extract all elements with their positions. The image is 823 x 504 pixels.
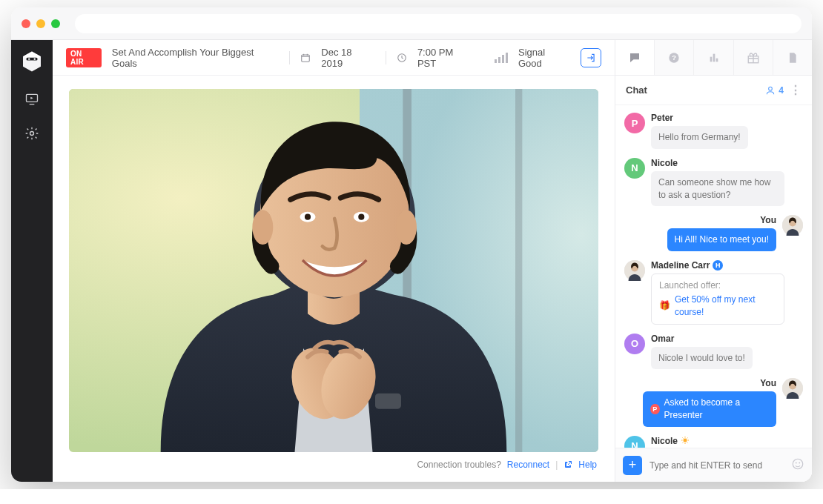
svg-rect-22 <box>375 394 401 409</box>
divider <box>386 51 386 64</box>
message-author: You <box>760 378 776 388</box>
svg-rect-26 <box>713 53 715 62</box>
left-rail <box>11 40 53 482</box>
message-bubble: Nicole I would love to! <box>651 347 753 370</box>
clock-icon <box>397 53 407 63</box>
calendar-icon <box>300 53 311 63</box>
connection-prompt: Connection troubles? <box>417 460 500 470</box>
avatar: N <box>624 436 645 448</box>
question-icon: ? <box>668 52 680 64</box>
chat-message: YouHi All! Nice to meet you! <box>624 215 803 251</box>
avatar <box>782 378 803 399</box>
chat-text-input[interactable] <box>650 460 784 471</box>
chat-message: NNicoleAdam feel welcome to share your <box>624 436 803 448</box>
event-date: Dec 18 2019 <box>321 47 375 69</box>
event-time: 7:00 PM PST <box>417 47 474 69</box>
brand-logo <box>21 50 43 73</box>
on-air-badge: ON AIR <box>66 48 102 67</box>
stage: Connection troubles? Reconnect | Help <box>53 76 615 482</box>
svg-rect-2 <box>27 58 38 61</box>
maximize-dot[interactable] <box>51 19 60 28</box>
settings-icon[interactable] <box>24 126 39 141</box>
svg-point-17 <box>305 214 311 220</box>
svg-rect-7 <box>302 54 310 61</box>
tab-questions[interactable]: ? <box>655 40 694 75</box>
app-body: ON AIR Set And Accomplish Your Biggest G… <box>11 40 812 482</box>
svg-point-38 <box>796 462 797 463</box>
help-link[interactable]: Help <box>578 460 597 470</box>
message-author: Nicole <box>651 158 784 168</box>
event-title: Set And Accomplish Your Biggest Goals <box>112 47 279 69</box>
new-badge-icon <box>681 436 690 447</box>
video-feed[interactable] <box>69 89 598 452</box>
tab-handouts[interactable] <box>773 40 812 75</box>
app-window: ON AIR Set And Accomplish Your Biggest G… <box>11 7 812 482</box>
event-topbar: ON AIR Set And Accomplish Your Biggest G… <box>53 40 615 76</box>
main-area: ON AIR Set And Accomplish Your Biggest G… <box>53 40 615 482</box>
message-bubble: P Asked to become a Presenter <box>643 391 776 427</box>
svg-point-4 <box>34 58 36 59</box>
gift-icon <box>747 51 760 64</box>
external-link-icon <box>563 460 572 469</box>
people-count[interactable]: 4 <box>765 85 784 96</box>
avatar: N <box>624 158 645 179</box>
poll-icon <box>708 52 720 64</box>
people-icon <box>765 85 776 96</box>
attach-button[interactable]: + <box>623 456 642 475</box>
svg-rect-27 <box>715 58 718 62</box>
svg-point-29 <box>769 87 773 90</box>
svg-point-15 <box>396 210 417 245</box>
gift-icon: 🎁 <box>659 299 670 312</box>
avatar: P <box>624 113 645 133</box>
connection-subbar: Connection troubles? Reconnect | Help <box>69 452 598 477</box>
chat-icon <box>628 51 641 64</box>
message-author: Nicole <box>651 436 784 447</box>
emoji-icon[interactable] <box>791 457 804 474</box>
presenter-badge-icon: P <box>650 404 660 414</box>
chat-message: NNicoleCan someone show me how to ask a … <box>624 158 803 207</box>
svg-text:?: ? <box>672 54 676 62</box>
host-badge-icon: H <box>713 260 723 271</box>
chat-title: Chat <box>626 84 647 96</box>
chat-messages: PPeterHello from Germany!NNicoleCan some… <box>615 105 812 448</box>
chat-message: YouP Asked to become a Presenter <box>624 378 803 427</box>
exit-button[interactable] <box>581 48 601 67</box>
chat-message: PPeterHello from Germany! <box>624 113 803 149</box>
tab-offers[interactable] <box>734 40 773 75</box>
svg-point-6 <box>30 132 34 136</box>
reconnect-link[interactable]: Reconnect <box>507 460 549 470</box>
message-author: Omar <box>651 334 753 344</box>
divider: | <box>555 460 558 470</box>
window-controls <box>22 19 60 28</box>
message-bubble: Hi All! Nice to meet you! <box>667 228 776 251</box>
signal-status: Signal Good <box>518 47 570 69</box>
message-author: You <box>760 215 776 225</box>
side-panel: ? Chat 4 ⋮ PPeterHello from Germany!NNic… <box>615 40 812 482</box>
message-bubble: Hello from Germany! <box>651 126 748 149</box>
close-dot[interactable] <box>22 19 30 28</box>
address-bar[interactable] <box>75 14 801 33</box>
svg-point-36 <box>684 438 687 442</box>
chat-input-bar: + <box>615 448 812 482</box>
svg-point-39 <box>799 462 800 463</box>
message-author: Peter <box>651 113 748 123</box>
svg-rect-25 <box>710 56 712 62</box>
chat-header: Chat 4 ⋮ <box>615 76 812 105</box>
tab-chat[interactable] <box>615 40 655 75</box>
side-tabs: ? <box>615 40 812 76</box>
present-icon[interactable] <box>24 92 39 107</box>
svg-point-14 <box>252 210 273 245</box>
avatar: O <box>624 334 645 354</box>
svg-point-37 <box>793 459 803 469</box>
svg-point-19 <box>358 214 364 220</box>
titlebar <box>11 7 812 40</box>
avatar <box>782 215 803 236</box>
message-bubble: Can someone show me how to ask a questio… <box>651 171 784 207</box>
tab-polls[interactable] <box>694 40 733 75</box>
avatar <box>624 260 645 281</box>
svg-rect-12 <box>515 89 522 452</box>
minimize-dot[interactable] <box>36 19 45 28</box>
document-icon <box>787 52 799 64</box>
message-author: Madeline CarrH <box>651 260 784 271</box>
message-bubble: Launched offer:🎁Get 50% off my next cour… <box>651 273 784 324</box>
